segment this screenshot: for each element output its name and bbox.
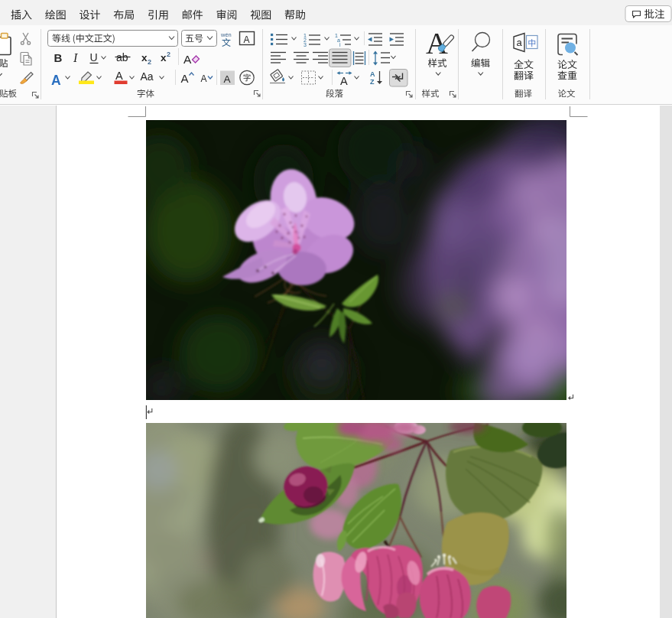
svg-text:I: I bbox=[73, 51, 78, 64]
svg-text:Z: Z bbox=[370, 78, 375, 86]
svg-text:wén: wén bbox=[220, 31, 232, 38]
svg-text:A: A bbox=[183, 53, 192, 66]
svg-text:3: 3 bbox=[304, 42, 307, 47]
svg-text:A: A bbox=[224, 73, 231, 85]
svg-text:x: x bbox=[141, 52, 148, 63]
svg-text:A: A bbox=[340, 75, 348, 87]
svg-text:B: B bbox=[54, 51, 63, 64]
svg-text:a: a bbox=[517, 37, 523, 48]
svg-text:U: U bbox=[90, 51, 98, 63]
svg-text:2: 2 bbox=[148, 58, 151, 66]
svg-text:A: A bbox=[244, 34, 250, 45]
svg-text:2: 2 bbox=[167, 50, 170, 58]
svg-text:A: A bbox=[51, 73, 61, 88]
svg-text:A: A bbox=[115, 70, 123, 82]
svg-text:x: x bbox=[161, 52, 167, 63]
svg-text:Aa: Aa bbox=[141, 70, 154, 83]
svg-text:A: A bbox=[370, 70, 375, 78]
svg-text:A: A bbox=[181, 72, 189, 85]
svg-text:A: A bbox=[201, 73, 207, 84]
svg-text:i: i bbox=[339, 42, 341, 47]
